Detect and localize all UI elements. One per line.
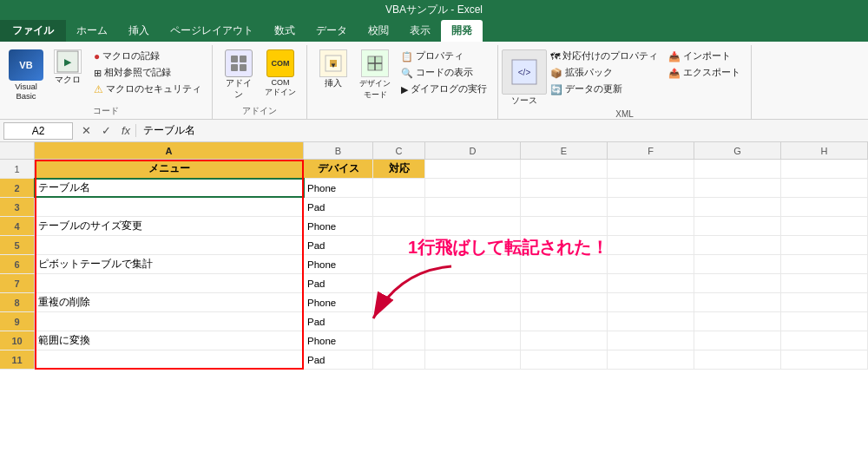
map-properties-button[interactable]: 🗺 対応付けのプロパティ [547, 49, 661, 64]
confirm-formula-button[interactable]: ✓ [96, 122, 116, 139]
cell-F10[interactable] [608, 331, 694, 350]
cell-E8[interactable] [521, 293, 608, 311]
cell-D9[interactable] [425, 312, 521, 331]
cell-C10[interactable] [373, 331, 425, 350]
cell-E7[interactable] [521, 274, 608, 292]
view-code-button[interactable]: 🔍 コードの表示 [398, 65, 490, 81]
properties-button[interactable]: 📋 プロパティ [398, 49, 490, 64]
cell-C6[interactable] [373, 255, 425, 273]
cell-D5[interactable] [425, 236, 521, 254]
cell-B9[interactable]: Pad [304, 312, 373, 331]
cell-reference-box[interactable] [3, 122, 73, 140]
cell-D10[interactable] [425, 331, 521, 350]
cell-E4[interactable] [521, 217, 608, 235]
cell-B7[interactable]: Pad [304, 274, 373, 292]
cell-F9[interactable] [608, 312, 694, 331]
cell-D3[interactable] [425, 198, 521, 216]
cancel-formula-button[interactable]: ✕ [76, 122, 96, 139]
cell-D8[interactable] [425, 293, 521, 311]
cell-A4[interactable]: テーブルのサイズ変更 [35, 217, 304, 235]
cell-E3[interactable] [521, 198, 608, 216]
cell-A6[interactable]: ピボットテーブルで集計 [35, 255, 304, 273]
cell-E6[interactable] [521, 255, 608, 273]
cell-D4[interactable] [425, 217, 521, 235]
col-header-F[interactable]: F [608, 142, 694, 159]
cell-C3[interactable] [373, 198, 425, 216]
col-header-B[interactable]: B [304, 142, 373, 159]
cell-B10[interactable]: Phone [304, 331, 373, 350]
cell-A1[interactable]: メニュー [35, 160, 304, 178]
cell-G11[interactable] [694, 350, 781, 369]
cell-B4[interactable]: Phone [304, 217, 373, 235]
cell-F7[interactable] [608, 274, 694, 292]
cell-F5[interactable] [608, 236, 694, 254]
cell-B6[interactable]: Phone [304, 255, 373, 273]
cell-C9[interactable] [373, 312, 425, 331]
cell-G7[interactable] [694, 274, 781, 292]
cell-G8[interactable] [694, 293, 781, 311]
cell-B8[interactable]: Phone [304, 293, 373, 311]
relative-ref-button[interactable]: ⊞ 相対参照で記録 [90, 65, 205, 81]
cell-D2[interactable] [425, 179, 521, 197]
cell-A9[interactable] [35, 312, 304, 331]
cell-E2[interactable] [521, 179, 608, 197]
tab-developer[interactable]: 開発 [441, 20, 483, 42]
cell-F3[interactable] [608, 198, 694, 216]
cell-H1[interactable] [781, 160, 868, 178]
cell-H6[interactable] [781, 255, 868, 273]
cell-A8[interactable]: 重複の削除 [35, 293, 304, 311]
cell-H7[interactable] [781, 274, 868, 292]
cell-H5[interactable] [781, 236, 868, 254]
tab-home[interactable]: ホーム [66, 20, 118, 42]
col-header-G[interactable]: G [694, 142, 781, 159]
tab-insert[interactable]: 挿入 [118, 20, 160, 42]
cell-B11[interactable]: Pad [304, 350, 373, 369]
cell-C8[interactable] [373, 293, 425, 311]
cell-B5[interactable]: Pad [304, 236, 373, 254]
cell-D7[interactable] [425, 274, 521, 292]
cell-G3[interactable] [694, 198, 781, 216]
cell-D1[interactable] [425, 160, 521, 178]
cell-G1[interactable] [694, 160, 781, 178]
insert-button[interactable]: ▼ 挿入 [314, 47, 352, 92]
col-header-A[interactable]: A [35, 142, 304, 159]
cell-C11[interactable] [373, 350, 425, 369]
dialog-button[interactable]: ▶ ダイアログの実行 [398, 82, 490, 97]
cell-F1[interactable] [608, 160, 694, 178]
record-macro-button[interactable]: ● マクロの記録 [90, 49, 205, 64]
cell-H10[interactable] [781, 331, 868, 350]
cell-H2[interactable] [781, 179, 868, 197]
cell-G6[interactable] [694, 255, 781, 273]
cell-B1[interactable]: デバイス [304, 160, 373, 178]
cell-A11[interactable] [35, 350, 304, 369]
design-mode-button[interactable]: デザインモード [356, 47, 394, 103]
cell-A5[interactable] [35, 236, 304, 254]
formula-input[interactable] [136, 125, 868, 137]
cell-E5[interactable] [521, 236, 608, 254]
export-button[interactable]: 📤 エクスポート [665, 65, 744, 81]
cell-C1[interactable]: 対応 [373, 160, 425, 178]
cell-H3[interactable] [781, 198, 868, 216]
cell-D11[interactable] [425, 350, 521, 369]
cell-H11[interactable] [781, 350, 868, 369]
cell-D6[interactable] [425, 255, 521, 273]
col-header-H[interactable]: H [781, 142, 868, 159]
cell-G10[interactable] [694, 331, 781, 350]
cell-G2[interactable] [694, 179, 781, 197]
macro-button[interactable]: ▶ マクロ [49, 47, 87, 88]
cell-E10[interactable] [521, 331, 608, 350]
cell-B3[interactable]: Pad [304, 198, 373, 216]
cell-F2[interactable] [608, 179, 694, 197]
cell-H8[interactable] [781, 293, 868, 311]
tab-pagelayout[interactable]: ページレイアウト [160, 20, 264, 42]
cell-E9[interactable] [521, 312, 608, 331]
cell-A7[interactable] [35, 274, 304, 292]
cell-H4[interactable] [781, 217, 868, 235]
cell-C7[interactable] [373, 274, 425, 292]
cell-G9[interactable] [694, 312, 781, 331]
tab-formulas[interactable]: 数式 [264, 20, 306, 42]
cell-C5[interactable] [373, 236, 425, 254]
col-header-E[interactable]: E [521, 142, 608, 159]
source-button[interactable]: </> ソース [505, 47, 543, 109]
cell-H9[interactable] [781, 312, 868, 331]
